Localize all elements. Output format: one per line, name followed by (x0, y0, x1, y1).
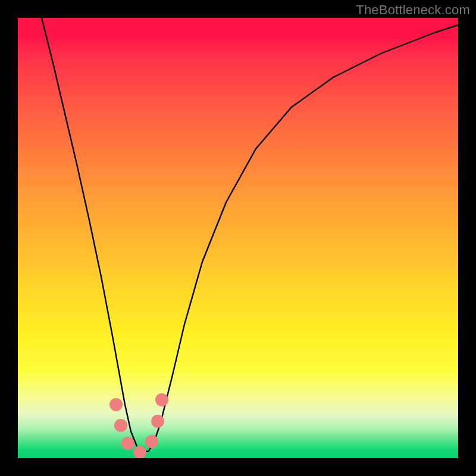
bottleneck-curve (18, 18, 458, 458)
curve-markers (109, 393, 168, 458)
curve-marker (109, 398, 123, 411)
curve-path (42, 18, 458, 452)
curve-marker (155, 393, 168, 406)
watermark-text: TheBottleneck.com (356, 2, 470, 18)
curve-marker (133, 446, 146, 458)
curve-marker (151, 415, 164, 428)
curve-marker (114, 419, 127, 432)
plot-area (18, 18, 458, 458)
curve-marker (145, 435, 158, 448)
curve-marker (121, 437, 134, 450)
chart-frame: TheBottleneck.com (0, 0, 476, 476)
